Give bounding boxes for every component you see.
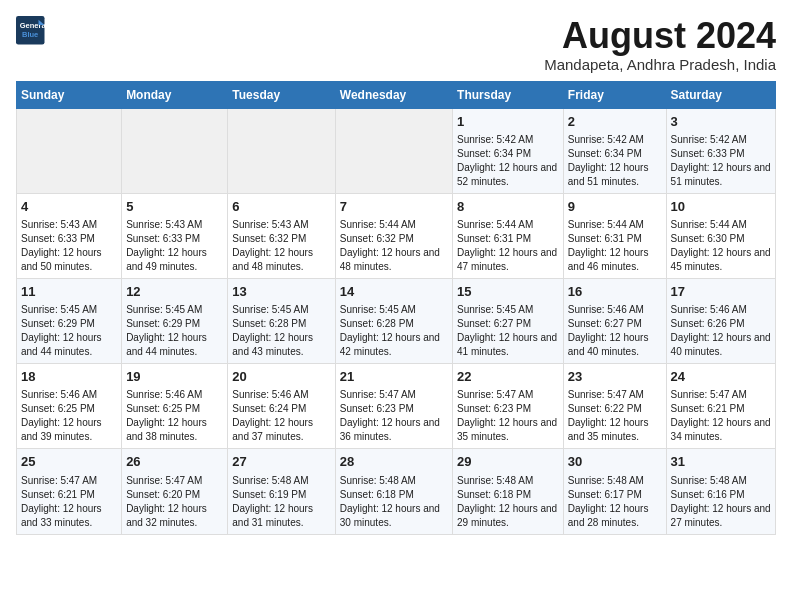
calendar-cell: 9Sunrise: 5:44 AMSunset: 6:31 PMDaylight… bbox=[563, 193, 666, 278]
column-header-friday: Friday bbox=[563, 81, 666, 108]
logo-icon: General Blue bbox=[16, 16, 46, 46]
day-number: 14 bbox=[340, 283, 448, 301]
calendar-cell: 6Sunrise: 5:43 AMSunset: 6:32 PMDaylight… bbox=[228, 193, 335, 278]
calendar-cell: 3Sunrise: 5:42 AMSunset: 6:33 PMDaylight… bbox=[666, 108, 775, 193]
calendar-cell: 8Sunrise: 5:44 AMSunset: 6:31 PMDaylight… bbox=[453, 193, 564, 278]
week-row: 18Sunrise: 5:46 AMSunset: 6:25 PMDayligh… bbox=[17, 364, 776, 449]
day-number: 20 bbox=[232, 368, 330, 386]
column-header-thursday: Thursday bbox=[453, 81, 564, 108]
week-row: 25Sunrise: 5:47 AMSunset: 6:21 PMDayligh… bbox=[17, 449, 776, 534]
calendar-cell: 28Sunrise: 5:48 AMSunset: 6:18 PMDayligh… bbox=[335, 449, 452, 534]
column-header-sunday: Sunday bbox=[17, 81, 122, 108]
calendar-cell: 25Sunrise: 5:47 AMSunset: 6:21 PMDayligh… bbox=[17, 449, 122, 534]
calendar-header: SundayMondayTuesdayWednesdayThursdayFrid… bbox=[17, 81, 776, 108]
cell-info: Sunrise: 5:48 AMSunset: 6:17 PMDaylight:… bbox=[568, 474, 662, 530]
day-number: 30 bbox=[568, 453, 662, 471]
calendar-body: 1Sunrise: 5:42 AMSunset: 6:34 PMDaylight… bbox=[17, 108, 776, 534]
cell-info: Sunrise: 5:43 AMSunset: 6:33 PMDaylight:… bbox=[21, 218, 117, 274]
calendar-cell: 12Sunrise: 5:45 AMSunset: 6:29 PMDayligh… bbox=[122, 278, 228, 363]
calendar-cell: 2Sunrise: 5:42 AMSunset: 6:34 PMDaylight… bbox=[563, 108, 666, 193]
svg-text:General: General bbox=[20, 21, 46, 30]
cell-info: Sunrise: 5:48 AMSunset: 6:18 PMDaylight:… bbox=[457, 474, 559, 530]
day-number: 28 bbox=[340, 453, 448, 471]
cell-info: Sunrise: 5:45 AMSunset: 6:27 PMDaylight:… bbox=[457, 303, 559, 359]
day-number: 13 bbox=[232, 283, 330, 301]
calendar-cell: 27Sunrise: 5:48 AMSunset: 6:19 PMDayligh… bbox=[228, 449, 335, 534]
header: General Blue August 2024 Mandapeta, Andh… bbox=[16, 16, 776, 73]
day-number: 26 bbox=[126, 453, 223, 471]
calendar-cell: 30Sunrise: 5:48 AMSunset: 6:17 PMDayligh… bbox=[563, 449, 666, 534]
day-number: 12 bbox=[126, 283, 223, 301]
day-number: 15 bbox=[457, 283, 559, 301]
calendar-cell bbox=[17, 108, 122, 193]
cell-info: Sunrise: 5:42 AMSunset: 6:34 PMDaylight:… bbox=[568, 133, 662, 189]
cell-info: Sunrise: 5:46 AMSunset: 6:26 PMDaylight:… bbox=[671, 303, 771, 359]
cell-info: Sunrise: 5:47 AMSunset: 6:21 PMDaylight:… bbox=[671, 388, 771, 444]
calendar-cell bbox=[122, 108, 228, 193]
cell-info: Sunrise: 5:47 AMSunset: 6:23 PMDaylight:… bbox=[457, 388, 559, 444]
day-number: 21 bbox=[340, 368, 448, 386]
day-number: 29 bbox=[457, 453, 559, 471]
calendar-cell: 10Sunrise: 5:44 AMSunset: 6:30 PMDayligh… bbox=[666, 193, 775, 278]
cell-info: Sunrise: 5:44 AMSunset: 6:32 PMDaylight:… bbox=[340, 218, 448, 274]
cell-info: Sunrise: 5:45 AMSunset: 6:29 PMDaylight:… bbox=[21, 303, 117, 359]
cell-info: Sunrise: 5:46 AMSunset: 6:25 PMDaylight:… bbox=[21, 388, 117, 444]
calendar-cell: 22Sunrise: 5:47 AMSunset: 6:23 PMDayligh… bbox=[453, 364, 564, 449]
calendar-cell bbox=[335, 108, 452, 193]
calendar-cell: 7Sunrise: 5:44 AMSunset: 6:32 PMDaylight… bbox=[335, 193, 452, 278]
cell-info: Sunrise: 5:47 AMSunset: 6:20 PMDaylight:… bbox=[126, 474, 223, 530]
cell-info: Sunrise: 5:43 AMSunset: 6:33 PMDaylight:… bbox=[126, 218, 223, 274]
calendar-cell: 18Sunrise: 5:46 AMSunset: 6:25 PMDayligh… bbox=[17, 364, 122, 449]
calendar-cell: 19Sunrise: 5:46 AMSunset: 6:25 PMDayligh… bbox=[122, 364, 228, 449]
day-number: 27 bbox=[232, 453, 330, 471]
cell-info: Sunrise: 5:43 AMSunset: 6:32 PMDaylight:… bbox=[232, 218, 330, 274]
calendar-cell: 15Sunrise: 5:45 AMSunset: 6:27 PMDayligh… bbox=[453, 278, 564, 363]
calendar-cell: 11Sunrise: 5:45 AMSunset: 6:29 PMDayligh… bbox=[17, 278, 122, 363]
cell-info: Sunrise: 5:44 AMSunset: 6:31 PMDaylight:… bbox=[457, 218, 559, 274]
calendar-cell: 1Sunrise: 5:42 AMSunset: 6:34 PMDaylight… bbox=[453, 108, 564, 193]
cell-info: Sunrise: 5:42 AMSunset: 6:33 PMDaylight:… bbox=[671, 133, 771, 189]
day-number: 23 bbox=[568, 368, 662, 386]
cell-info: Sunrise: 5:48 AMSunset: 6:16 PMDaylight:… bbox=[671, 474, 771, 530]
week-row: 1Sunrise: 5:42 AMSunset: 6:34 PMDaylight… bbox=[17, 108, 776, 193]
header-row: SundayMondayTuesdayWednesdayThursdayFrid… bbox=[17, 81, 776, 108]
svg-text:Blue: Blue bbox=[22, 30, 38, 39]
day-number: 11 bbox=[21, 283, 117, 301]
week-row: 11Sunrise: 5:45 AMSunset: 6:29 PMDayligh… bbox=[17, 278, 776, 363]
calendar-table: SundayMondayTuesdayWednesdayThursdayFrid… bbox=[16, 81, 776, 535]
cell-info: Sunrise: 5:48 AMSunset: 6:18 PMDaylight:… bbox=[340, 474, 448, 530]
calendar-cell: 31Sunrise: 5:48 AMSunset: 6:16 PMDayligh… bbox=[666, 449, 775, 534]
day-number: 16 bbox=[568, 283, 662, 301]
calendar-cell: 24Sunrise: 5:47 AMSunset: 6:21 PMDayligh… bbox=[666, 364, 775, 449]
column-header-wednesday: Wednesday bbox=[335, 81, 452, 108]
cell-info: Sunrise: 5:47 AMSunset: 6:22 PMDaylight:… bbox=[568, 388, 662, 444]
day-number: 3 bbox=[671, 113, 771, 131]
calendar-cell: 5Sunrise: 5:43 AMSunset: 6:33 PMDaylight… bbox=[122, 193, 228, 278]
calendar-cell: 26Sunrise: 5:47 AMSunset: 6:20 PMDayligh… bbox=[122, 449, 228, 534]
cell-info: Sunrise: 5:46 AMSunset: 6:24 PMDaylight:… bbox=[232, 388, 330, 444]
column-header-tuesday: Tuesday bbox=[228, 81, 335, 108]
subtitle: Mandapeta, Andhra Pradesh, India bbox=[544, 56, 776, 73]
cell-info: Sunrise: 5:44 AMSunset: 6:31 PMDaylight:… bbox=[568, 218, 662, 274]
day-number: 8 bbox=[457, 198, 559, 216]
calendar-cell: 14Sunrise: 5:45 AMSunset: 6:28 PMDayligh… bbox=[335, 278, 452, 363]
cell-info: Sunrise: 5:45 AMSunset: 6:28 PMDaylight:… bbox=[232, 303, 330, 359]
day-number: 7 bbox=[340, 198, 448, 216]
day-number: 4 bbox=[21, 198, 117, 216]
cell-info: Sunrise: 5:44 AMSunset: 6:30 PMDaylight:… bbox=[671, 218, 771, 274]
cell-info: Sunrise: 5:47 AMSunset: 6:21 PMDaylight:… bbox=[21, 474, 117, 530]
column-header-saturday: Saturday bbox=[666, 81, 775, 108]
day-number: 17 bbox=[671, 283, 771, 301]
day-number: 10 bbox=[671, 198, 771, 216]
cell-info: Sunrise: 5:42 AMSunset: 6:34 PMDaylight:… bbox=[457, 133, 559, 189]
day-number: 5 bbox=[126, 198, 223, 216]
day-number: 2 bbox=[568, 113, 662, 131]
logo: General Blue bbox=[16, 16, 46, 46]
day-number: 18 bbox=[21, 368, 117, 386]
day-number: 22 bbox=[457, 368, 559, 386]
title-area: August 2024 Mandapeta, Andhra Pradesh, I… bbox=[544, 16, 776, 73]
day-number: 6 bbox=[232, 198, 330, 216]
calendar-cell: 4Sunrise: 5:43 AMSunset: 6:33 PMDaylight… bbox=[17, 193, 122, 278]
day-number: 31 bbox=[671, 453, 771, 471]
cell-info: Sunrise: 5:47 AMSunset: 6:23 PMDaylight:… bbox=[340, 388, 448, 444]
